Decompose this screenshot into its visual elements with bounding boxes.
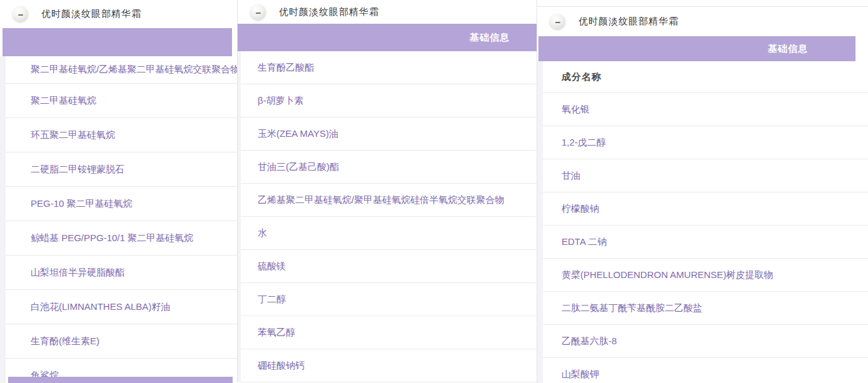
dash-icon	[555, 22, 560, 23]
ingredient-item[interactable]: 硫酸镁	[241, 250, 537, 283]
section-banner: 基础信息	[538, 36, 855, 61]
ingredient-item[interactable]: β-胡萝卜素	[241, 84, 537, 117]
top-divider	[537, 0, 868, 7]
ingredient-item[interactable]: 鲸蜡基 PEG/PPG-10/1 聚二甲基硅氧烷	[6, 221, 237, 256]
screen-2: 优时颜淡纹眼部精华霜 基础信息 生育酚乙酸酯 β-胡萝卜素 玉米(ZEA MAY…	[238, 0, 537, 383]
screenshot-collage: 优时颜淡纹眼部精华霜 聚二甲基硅氧烷/乙烯基聚二甲基硅氧烷交联聚合物 聚二甲基硅…	[0, 0, 868, 383]
page-title: 优时颜淡纹眼部精华霜	[41, 8, 141, 20]
dash-icon	[18, 14, 23, 16]
section-banner-label[interactable]: 基础信息	[768, 43, 855, 55]
ingredient-item[interactable]: 聚二甲基硅氧烷	[6, 84, 237, 118]
ingredient-item[interactable]: 水	[241, 217, 537, 250]
app-header: 优时颜淡纹眼部精华霜	[0, 0, 237, 28]
next-section-banner-partial	[8, 377, 233, 383]
ingredient-item[interactable]: 生育酚(维生素E)	[6, 324, 237, 359]
ingredient-item[interactable]: 丁二醇	[241, 283, 537, 316]
ingredient-item[interactable]: 二硬脂二甲铵锂蒙脱石	[6, 152, 237, 187]
dash-icon	[256, 12, 261, 14]
ingredient-item[interactable]: 乙酰基六肽-8	[543, 325, 868, 358]
ingredient-item[interactable]: 玉米(ZEA MAYS)油	[241, 117, 537, 151]
ingredient-item[interactable]: 山梨酸钾	[543, 358, 868, 383]
page-title: 优时颜淡纹眼部精华霜	[279, 6, 379, 18]
ingredient-item[interactable]: 白池花(LIMNANTHES ALBA)籽油	[6, 290, 237, 324]
ingredient-item[interactable]: 氧化银	[543, 93, 868, 126]
page-title: 优时颜淡纹眼部精华霜	[578, 16, 679, 27]
ingredient-item[interactable]: 生育酚乙酸酯	[241, 51, 537, 84]
ingredient-item[interactable]: 山梨坦倍半异硬脂酸酯	[6, 256, 237, 290]
ingredient-list: 成分名称 氧化银 1,2-戊二醇 甘油 柠檬酸钠 EDTA 二钠 黄檗(PHEL…	[537, 61, 868, 383]
ingredient-item[interactable]: 二肽二氨基丁酰苄基酰胺二乙酸盐	[543, 292, 868, 325]
back-button[interactable]	[250, 4, 266, 20]
app-header: 优时颜淡纹眼部精华霜	[537, 7, 868, 36]
ingredient-item[interactable]: 甘油	[543, 159, 868, 192]
ingredient-item[interactable]: 甘油三(乙基己酸)酯	[241, 151, 537, 184]
section-banner	[3, 28, 232, 56]
ingredient-list: 生育酚乙酸酯 β-胡萝卜素 玉米(ZEA MAYS)油 甘油三(乙基己酸)酯 乙…	[238, 51, 537, 382]
ingredient-item[interactable]: 1,2-戊二醇	[543, 126, 868, 159]
ingredient-item[interactable]: 环五聚二甲基硅氧烷	[6, 118, 237, 152]
ingredient-item[interactable]: 黄檗(PHELLODENDRON AMURENSE)树皮提取物	[543, 259, 868, 292]
back-button[interactable]	[13, 6, 28, 22]
ingredient-item[interactable]: 硼硅酸钠钙	[241, 349, 537, 382]
ingredient-item[interactable]: PEG-10 聚二甲基硅氧烷	[6, 187, 237, 221]
ingredient-item[interactable]: EDTA 二钠	[543, 226, 868, 259]
ingredient-table-header: 成分名称	[543, 61, 868, 93]
ingredient-item[interactable]: 乙烯基聚二甲基硅氧烷/聚甲基硅氧烷硅倍半氧烷交联聚合物	[241, 184, 537, 217]
screen-1: 优时颜淡纹眼部精华霜 聚二甲基硅氧烷/乙烯基聚二甲基硅氧烷交联聚合物 聚二甲基硅…	[0, 0, 238, 383]
ingredient-item[interactable]: 柠檬酸钠	[543, 192, 868, 226]
ingredient-item[interactable]: 苯氧乙醇	[241, 316, 537, 349]
section-banner: 基础信息	[238, 24, 537, 51]
ingredient-list: 聚二甲基硅氧烷/乙烯基聚二甲基硅氧烷交联聚合物 聚二甲基硅氧烷 环五聚二甲基硅氧…	[0, 56, 237, 383]
app-header: 优时颜淡纹眼部精华霜	[238, 0, 537, 24]
back-button[interactable]	[550, 14, 565, 29]
section-banner-label[interactable]: 基础信息	[470, 32, 537, 44]
screen-3: 优时颜淡纹眼部精华霜 基础信息 成分名称 氧化银 1,2-戊二醇 甘油 柠檬酸钠…	[537, 0, 868, 383]
ingredient-item[interactable]: 聚二甲基硅氧烷/乙烯基聚二甲基硅氧烷交联聚合物	[6, 56, 237, 84]
